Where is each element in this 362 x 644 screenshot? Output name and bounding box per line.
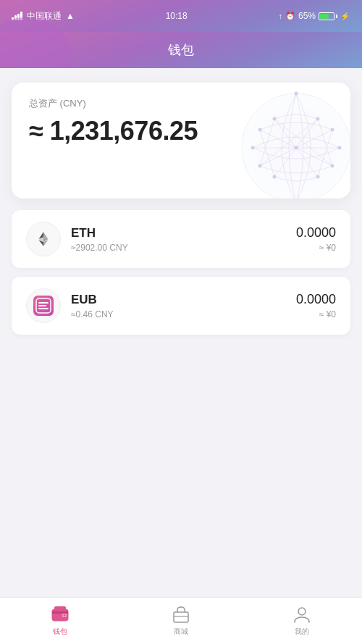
svg-point-10	[316, 117, 320, 121]
tab-shop-label: 商城	[174, 627, 188, 637]
eub-info: EUB ≈0.46 CNY	[71, 293, 296, 319]
battery-icon	[319, 12, 337, 20]
svg-rect-25	[174, 612, 188, 622]
bolt-icon: ⚡	[340, 12, 350, 21]
eth-icon-wrapper	[26, 222, 61, 256]
time-display: 10:18	[166, 11, 188, 21]
eth-amount: 0.0000	[296, 225, 336, 241]
eth-cny: ≈ ¥0	[296, 243, 336, 253]
geodesic-sphere	[216, 83, 350, 198]
eub-balance: 0.0000 ≈ ¥0	[296, 292, 336, 319]
wallet-icon	[51, 605, 70, 624]
tab-shop[interactable]: 商城	[121, 605, 242, 637]
eth-balance: 0.0000 ≈ ¥0	[296, 225, 336, 253]
svg-point-5	[258, 128, 262, 132]
eth-name: ETH	[71, 226, 296, 241]
svg-point-24	[64, 614, 66, 616]
location-icon: ↑	[278, 12, 282, 20]
svg-point-7	[258, 164, 262, 168]
tab-wallet[interactable]: 钱包	[0, 605, 121, 637]
main-content: 总资产 (CNY) ≈ 1,231,676.25	[0, 68, 362, 597]
page-header: 钱包	[0, 32, 362, 68]
eub-price: ≈0.46 CNY	[71, 309, 296, 319]
eub-icon-wrapper	[26, 288, 61, 323]
coin-item-eth[interactable]: ETH ≈2902.00 CNY 0.0000 ≈ ¥0	[12, 210, 350, 268]
svg-point-1	[295, 92, 298, 96]
svg-point-4	[338, 146, 342, 150]
tab-wallet-label: 钱包	[53, 627, 67, 637]
coin-list: ETH ≈2902.00 CNY 0.0000 ≈ ¥0 EUB ≈0.	[12, 210, 350, 335]
shop-icon	[172, 605, 190, 624]
eub-amount: 0.0000	[296, 292, 336, 307]
svg-point-3	[251, 146, 255, 150]
page-title: 钱包	[168, 41, 194, 59]
svg-point-12	[316, 175, 320, 179]
coin-item-eub[interactable]: EUB ≈0.46 CNY 0.0000 ≈ ¥0	[12, 277, 350, 335]
alarm-icon: ⏰	[285, 12, 295, 21]
svg-point-13	[295, 146, 298, 150]
wifi-icon: ▲	[66, 11, 75, 21]
eub-name: EUB	[71, 293, 296, 307]
asset-card: 总资产 (CNY) ≈ 1,231,676.25	[12, 83, 350, 198]
svg-point-9	[273, 117, 277, 121]
battery-percent: 65%	[298, 11, 316, 21]
eub-cny: ≈ ¥0	[296, 309, 336, 319]
eub-icon	[33, 296, 54, 316]
eth-price: ≈2902.00 CNY	[71, 243, 296, 253]
tab-bar: 钱包 商城 我的	[0, 597, 362, 644]
profile-icon	[292, 605, 311, 624]
status-right: ↑ ⏰ 65% ⚡	[278, 11, 350, 21]
eth-icon	[34, 230, 53, 248]
eth-info: ETH ≈2902.00 CNY	[71, 226, 296, 253]
svg-point-27	[298, 608, 306, 615]
tab-profile[interactable]: 我的	[241, 605, 362, 637]
tab-profile-label: 我的	[295, 627, 309, 637]
svg-rect-22	[52, 611, 68, 614]
svg-point-6	[331, 128, 334, 132]
svg-point-8	[331, 164, 334, 168]
svg-point-11	[273, 175, 277, 179]
